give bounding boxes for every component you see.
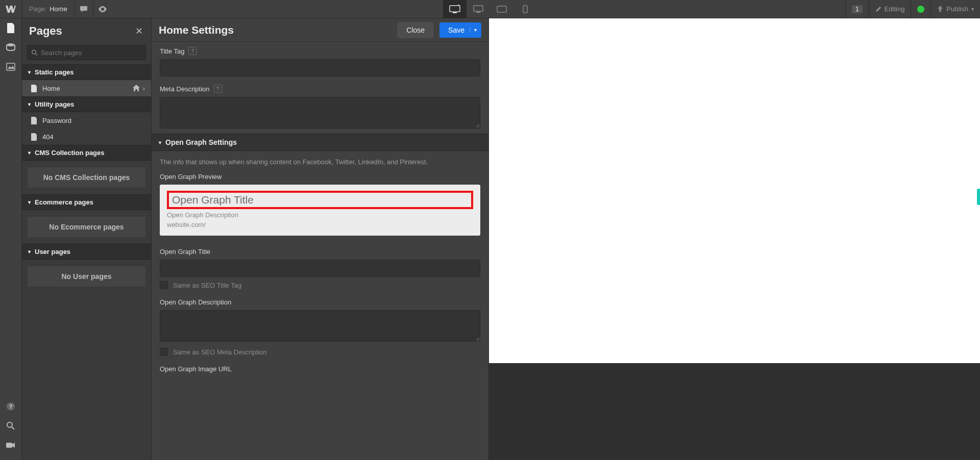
device-desktop[interactable]	[467, 0, 490, 18]
group-ecommerce[interactable]: ▾Ecommerce pages	[22, 194, 151, 210]
og-section-header[interactable]: ▾Open Graph Settings	[152, 134, 488, 151]
same-as-desc-checkbox[interactable]: Same as SEO Meta Description	[152, 347, 488, 360]
empty-cms: No CMS Collection pages	[27, 167, 146, 188]
og-preview-url: website.com/	[167, 221, 473, 228]
og-preview-title: Open Graph Title	[172, 194, 468, 206]
device-tablet[interactable]	[490, 0, 513, 18]
close-button[interactable]: Close	[398, 22, 433, 38]
canvas-page[interactable]	[489, 18, 980, 363]
svg-point-11	[7, 422, 12, 427]
svg-point-14	[32, 50, 36, 54]
preview-icon[interactable]	[93, 0, 112, 18]
search-input[interactable]	[41, 49, 141, 57]
page-name: Home	[50, 5, 67, 13]
group-utility[interactable]: ▾Utility pages	[22, 96, 151, 112]
svg-rect-1	[453, 12, 457, 13]
svg-rect-13	[6, 443, 12, 448]
page-settings-panel: Home Settings Close Save ▾ Title Tag? Me…	[152, 18, 489, 460]
svg-rect-0	[450, 6, 460, 12]
og-desc-input[interactable]	[160, 310, 480, 342]
editing-mode[interactable]: Editing	[869, 0, 911, 18]
same-as-title-checkbox[interactable]: Same as SEO Title Tag	[152, 280, 488, 293]
group-user[interactable]: ▾User pages	[22, 244, 151, 260]
svg-line-12	[12, 427, 14, 429]
chevron-down-icon: ▾	[470, 27, 477, 33]
svg-rect-3	[474, 6, 483, 11]
collaborators-badge[interactable]: 1	[845, 0, 869, 18]
page-indicator[interactable]: Page: Home	[22, 0, 75, 18]
checkbox-icon	[160, 348, 168, 356]
og-image-label: Open Graph Image URL	[160, 365, 480, 373]
og-preview-card: Open Graph Title Open Graph Description …	[160, 185, 480, 236]
svg-rect-5	[497, 6, 506, 12]
page-prefix: Page:	[29, 5, 46, 13]
save-button[interactable]: Save ▾	[439, 22, 481, 38]
empty-user: No User pages	[27, 266, 146, 287]
pages-panel-title: Pages	[29, 24, 62, 38]
device-mobile[interactable]	[513, 0, 537, 18]
pages-panel: Pages ✕ ▾Static pages Home › ▾Utility pa…	[22, 18, 152, 460]
topbar-right: 1 Editing Publish ▾	[845, 0, 980, 18]
settings-title: Home Settings	[159, 24, 234, 36]
svg-line-15	[35, 53, 37, 55]
rail-video-icon[interactable]	[0, 436, 22, 455]
chevron-right-icon: ›	[143, 85, 145, 92]
rail-help-icon[interactable]: ?	[0, 397, 22, 416]
page-icon	[31, 117, 37, 124]
checkbox-icon	[160, 281, 168, 289]
home-icon	[133, 85, 140, 91]
title-tag-label: Title Tag?	[160, 47, 480, 55]
chevron-down-icon: ▾	[971, 6, 974, 12]
og-preview-desc: Open Graph Description	[167, 211, 473, 219]
top-bar: Page: Home 1 Editing Publish ▾	[0, 0, 980, 18]
webflow-logo[interactable]	[0, 0, 22, 18]
rail-search-icon[interactable]	[0, 416, 22, 436]
group-static[interactable]: ▾Static pages	[22, 64, 151, 80]
empty-ecom: No Ecommerce pages	[27, 216, 146, 238]
left-rail: ?	[0, 18, 22, 460]
meta-desc-label: Meta Description?	[160, 85, 480, 93]
og-desc-label: Open Graph Description	[160, 298, 480, 306]
svg-rect-6	[523, 6, 527, 13]
og-title-input[interactable]	[160, 260, 480, 277]
rail-assets-icon[interactable]	[0, 57, 22, 76]
design-canvas	[489, 18, 980, 460]
publish-button[interactable]: Publish ▾	[930, 0, 980, 18]
og-hint: The info that shows up when sharing cont…	[152, 151, 488, 168]
group-cms[interactable]: ▾CMS Collection pages	[22, 145, 151, 161]
page-row-password[interactable]: Password	[22, 112, 151, 129]
help-icon[interactable]: ?	[188, 47, 197, 55]
og-preview-label: Open Graph Preview	[160, 173, 480, 181]
og-preview-title-highlight: Open Graph Title	[167, 191, 473, 209]
device-switcher	[443, 0, 537, 18]
svg-point-7	[7, 43, 15, 46]
status-ok-icon[interactable]	[911, 0, 930, 18]
svg-text:?: ?	[9, 403, 13, 410]
search-icon	[32, 49, 38, 56]
right-edge-tab[interactable]	[977, 189, 980, 205]
page-icon	[31, 85, 37, 92]
meta-desc-input[interactable]	[160, 97, 480, 129]
help-icon[interactable]: ?	[214, 85, 222, 93]
rail-pages-icon[interactable]	[0, 18, 22, 38]
og-title-label: Open Graph Title	[160, 248, 480, 255]
rail-cms-icon[interactable]	[0, 38, 22, 57]
title-tag-input[interactable]	[160, 59, 480, 76]
device-desktop-base[interactable]	[443, 0, 467, 18]
svg-rect-8	[7, 63, 15, 70]
page-row-home[interactable]: Home ›	[22, 80, 151, 96]
page-row-404[interactable]: 404	[22, 129, 151, 145]
search-pages[interactable]	[27, 45, 146, 60]
comments-icon[interactable]	[75, 0, 93, 18]
close-panel-icon[interactable]: ✕	[135, 25, 143, 37]
page-icon	[31, 133, 37, 141]
svg-rect-4	[476, 12, 480, 13]
